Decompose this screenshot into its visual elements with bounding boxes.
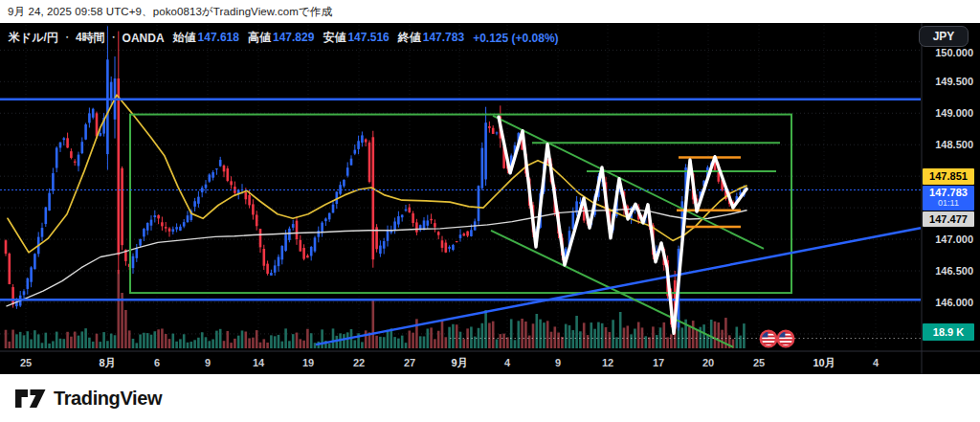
volume-bar bbox=[33, 330, 36, 348]
volume-bar bbox=[5, 330, 8, 348]
volume-bar bbox=[463, 339, 466, 348]
chart-canvas[interactable]: 150.000149.500149.000148.500147.000146.5… bbox=[0, 0, 980, 422]
candle-body bbox=[263, 249, 266, 266]
price-axis-label: 149.000 bbox=[935, 107, 973, 119]
volume-bar bbox=[172, 334, 175, 348]
volume-bar bbox=[568, 325, 571, 348]
volume-bar bbox=[256, 330, 258, 348]
volume-bar bbox=[478, 328, 480, 348]
time-axis-label: 14 bbox=[253, 357, 265, 368]
volume-bar bbox=[114, 335, 117, 348]
candle-body bbox=[63, 138, 66, 140]
volume-bar bbox=[143, 333, 145, 348]
candle-body bbox=[157, 215, 160, 219]
volume-bar bbox=[328, 344, 331, 348]
volume-bar bbox=[459, 332, 462, 348]
candle-body bbox=[81, 142, 84, 153]
volume-bar bbox=[481, 323, 484, 348]
candle-body bbox=[434, 223, 436, 227]
volume-bar bbox=[666, 337, 669, 348]
candle-body bbox=[466, 232, 469, 236]
volume-bar bbox=[550, 332, 553, 348]
time-axis-label: 20 bbox=[702, 357, 714, 368]
volume-bar bbox=[437, 331, 440, 348]
volume-bar bbox=[205, 337, 208, 348]
volume-bar bbox=[81, 331, 84, 348]
legend-close: 終値147.783 bbox=[398, 30, 464, 46]
candle-body bbox=[430, 219, 433, 220]
volume-bar bbox=[448, 327, 451, 348]
time-axis-label: 25 bbox=[753, 357, 765, 368]
volume-bar bbox=[641, 327, 644, 348]
candle-body bbox=[409, 208, 412, 212]
candle-body bbox=[59, 143, 62, 148]
candle-body bbox=[365, 140, 368, 143]
volume-bar bbox=[419, 336, 422, 348]
volume-bar bbox=[521, 319, 523, 348]
candle-body bbox=[193, 201, 196, 207]
volume-bar bbox=[663, 322, 666, 348]
time-axis-label: 9 bbox=[555, 357, 561, 368]
candle-body bbox=[278, 256, 280, 266]
candle-body bbox=[74, 162, 77, 163]
volume-bar bbox=[496, 340, 499, 348]
us-flag-event-icon[interactable] bbox=[761, 331, 776, 346]
volume-bar bbox=[146, 333, 149, 348]
volume-bar bbox=[739, 336, 742, 348]
volume-bar bbox=[165, 334, 167, 348]
candle-body bbox=[209, 174, 212, 181]
volume-bar bbox=[405, 343, 408, 348]
tradingview-logo[interactable]: TradingView bbox=[14, 388, 162, 410]
price-axis-label: 150.000 bbox=[935, 47, 973, 58]
legend-change: +0.125 (+0.08%) bbox=[473, 32, 558, 45]
symbol-legend[interactable]: 米ドル/円・4時間・OANDA 始値147.618 高値147.829 安値14… bbox=[9, 30, 559, 46]
volume-bar bbox=[84, 328, 87, 348]
currency-toggle-button[interactable]: JPY bbox=[919, 26, 969, 47]
volume-bar bbox=[252, 338, 255, 348]
candle-body bbox=[92, 109, 95, 118]
time-axis-label: 9月 bbox=[451, 357, 467, 368]
volume-bar bbox=[102, 332, 105, 348]
volume-bar bbox=[48, 344, 51, 348]
volume-bar bbox=[237, 336, 240, 348]
volume-bar bbox=[557, 333, 560, 348]
volume-bar bbox=[121, 293, 123, 348]
volume-bar bbox=[670, 334, 673, 348]
candle-body bbox=[354, 150, 357, 154]
volume-bar bbox=[692, 321, 695, 348]
volume-bar bbox=[354, 340, 357, 348]
volume-bar bbox=[615, 337, 618, 348]
volume-bar bbox=[652, 326, 655, 348]
candle-body bbox=[314, 237, 317, 251]
candle-body bbox=[397, 216, 400, 224]
volume-bar bbox=[41, 343, 44, 348]
candle-body bbox=[70, 151, 73, 158]
volume-bar bbox=[300, 339, 302, 348]
candle-body bbox=[496, 132, 499, 133]
candle-body bbox=[230, 181, 233, 185]
volume-bar bbox=[441, 321, 444, 348]
candle-body bbox=[324, 218, 327, 221]
candle-body bbox=[350, 159, 353, 166]
candle-body bbox=[266, 264, 269, 274]
candle-body bbox=[318, 231, 321, 237]
volume-bar bbox=[510, 319, 513, 348]
candle-body bbox=[357, 141, 360, 149]
tradingview-logo-icon bbox=[14, 389, 47, 409]
us-flag-event-icon[interactable] bbox=[778, 331, 793, 346]
candle-body bbox=[132, 256, 135, 268]
volume-bar bbox=[23, 335, 26, 348]
volume-bar bbox=[168, 339, 171, 348]
candle-body bbox=[179, 227, 182, 231]
volume-bar bbox=[554, 326, 557, 348]
volume-bar bbox=[302, 341, 305, 348]
candle-body bbox=[23, 291, 26, 295]
last-price-value: 147.783 bbox=[929, 187, 968, 198]
volume-bar bbox=[506, 337, 509, 348]
candle-body bbox=[423, 220, 426, 229]
volume-bar bbox=[157, 329, 160, 348]
candle-body bbox=[437, 232, 440, 234]
volume-bar bbox=[743, 323, 746, 348]
ma-fast-price-badge: 147.851 bbox=[923, 168, 974, 185]
volume-bar bbox=[605, 327, 608, 348]
